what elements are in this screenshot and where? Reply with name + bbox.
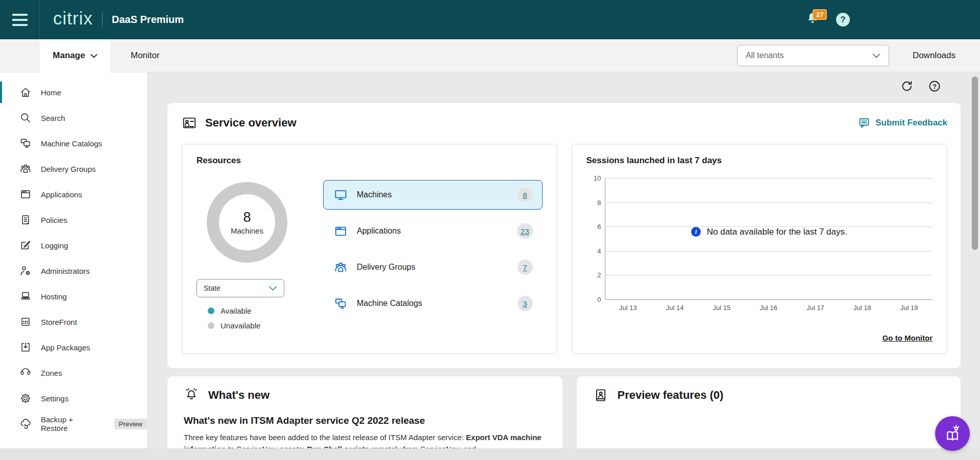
product-name: DaaS Premium [112, 14, 184, 25]
x-tick: Jul 17 [792, 304, 839, 312]
top-bar: citrix DaaS Premium 27 ? [0, 0, 980, 39]
state-filter-select[interactable]: State [197, 279, 284, 297]
sidebar-item-zones[interactable]: Zones [0, 360, 147, 386]
x-tick: Jul 13 [605, 304, 652, 312]
service-overview-card: Service overview Submit Feedback Resourc… [167, 103, 961, 368]
no-data-message: i No data available for the last 7 days. [605, 226, 933, 237]
preview-features-icon [593, 388, 608, 403]
x-tick: Jul 19 [886, 304, 933, 312]
secondary-nav: Manage Monitor All tenants Downloads [0, 39, 980, 72]
machines-icon [334, 188, 348, 202]
submit-feedback-link[interactable]: Submit Feedback [858, 117, 947, 129]
sidebar-item-machine-catalogs[interactable]: Machine Catalogs [0, 131, 147, 156]
sidebar-item-logging[interactable]: Logging [0, 233, 147, 258]
applications-icon [334, 224, 348, 238]
home-icon [19, 86, 32, 98]
whats-new-bell-icon [184, 388, 199, 403]
settings-icon [19, 392, 32, 404]
tenant-filter-select[interactable]: All tenants [737, 45, 889, 66]
delivery-groups-count-link[interactable]: 7 [518, 260, 533, 275]
available-dot [208, 308, 214, 314]
sidebar-item-storefront[interactable]: StoreFront [0, 309, 147, 335]
storefront-icon [19, 316, 32, 328]
logging-icon [19, 239, 32, 251]
machine-catalogs-icon [19, 137, 32, 149]
go-to-monitor-link[interactable]: Go to Monitor [883, 334, 933, 342]
preview-badge: Preview [114, 419, 147, 429]
sidebar-item-home[interactable]: Home [0, 80, 147, 105]
sessions-title: Sessions launched in last 7 days [586, 156, 933, 166]
page-title: Service overview [205, 116, 297, 130]
notification-count-badge: 27 [813, 9, 827, 20]
guided-help-fab[interactable] [935, 416, 970, 451]
x-axis-labels: Jul 13 Jul 14 Jul 15 Jul 16 Jul 17 Jul 1… [605, 304, 933, 312]
downloads-link[interactable]: Downloads [913, 50, 955, 61]
preview-features-title: Preview features (0) [618, 389, 724, 402]
y-tick: 6 [586, 223, 601, 231]
resources-title: Resources [197, 156, 543, 166]
resource-row-machine-catalogs[interactable]: Machine Catalogs 3 [323, 289, 543, 318]
refresh-button[interactable] [900, 80, 914, 93]
zones-icon [19, 367, 32, 379]
tab-manage[interactable]: Manage [40, 39, 110, 72]
main-content: ? Service overview Submit Feedback [147, 72, 980, 448]
machines-count-link[interactable]: 8 [518, 187, 533, 202]
sidebar-item-search[interactable]: Search [0, 105, 147, 131]
x-tick: Jul 16 [745, 304, 792, 312]
legend-available: Available [208, 306, 305, 315]
resource-row-delivery-groups[interactable]: Delivery Groups 7 [323, 252, 543, 282]
x-tick: Jul 15 [698, 304, 745, 312]
article-body: Three key features have been added to th… [184, 431, 546, 448]
sessions-panel: Sessions launched in last 7 days 10 8 6 [572, 144, 948, 354]
x-tick: Jul 14 [651, 304, 698, 312]
machine-catalogs-count-link[interactable]: 3 [518, 296, 533, 311]
hosting-icon [19, 290, 32, 302]
svg-text:?: ? [933, 83, 937, 90]
tab-monitor[interactable]: Monitor [131, 50, 160, 61]
chevron-down-icon [268, 286, 277, 291]
hamburger-menu-icon[interactable] [0, 0, 40, 39]
y-tick: 8 [586, 198, 601, 206]
chevron-down-icon [90, 54, 97, 58]
app-packages-icon [19, 341, 32, 353]
unavailable-dot [208, 322, 214, 329]
applications-count-link[interactable]: 23 [517, 223, 533, 239]
y-tick: 2 [586, 271, 601, 279]
resource-row-machines[interactable]: Machines 8 [323, 180, 543, 210]
preview-features-card: Preview features (0) [577, 376, 961, 448]
backup-restore-icon [19, 418, 32, 430]
resources-panel: Resources 8 Machines State [182, 144, 557, 354]
donut-value: 8 [243, 210, 251, 225]
notifications-button[interactable]: 27 [805, 11, 821, 29]
sessions-chart: 10 8 6 4 2 0 i No data available for the… [586, 178, 933, 312]
delivery-groups-icon [334, 261, 348, 274]
y-tick: 4 [586, 247, 601, 254]
brand-divider [102, 12, 103, 28]
sidebar-item-backup-restore[interactable]: Backup + Restore Preview [0, 411, 147, 437]
administrators-icon [19, 265, 32, 277]
sidebar-item-administrators[interactable]: Administrators [0, 258, 147, 284]
y-tick: 0 [586, 296, 601, 303]
sidebar-item-applications[interactable]: Applications [0, 182, 147, 207]
sidebar-item-app-packages[interactable]: App Packages [0, 335, 147, 360]
chevron-down-icon [872, 53, 880, 58]
machines-donut-chart: 8 Machines [207, 182, 287, 263]
sidebar-item-delivery-groups[interactable]: Delivery Groups [0, 156, 147, 182]
help-circle-button[interactable]: ? [928, 80, 941, 93]
service-overview-icon [182, 115, 197, 131]
citrix-logo: citrix [53, 9, 93, 30]
sidebar-item-policies[interactable]: Policies [0, 207, 147, 233]
vertical-scrollbar[interactable] [972, 76, 978, 250]
search-icon [19, 112, 32, 124]
sidebar: Home Search Machine Catalogs Delivery Gr… [0, 72, 147, 448]
delivery-groups-icon [19, 163, 32, 175]
x-tick: Jul 18 [839, 304, 886, 312]
article-title: What's new in ITSM Adapter service Q2 20… [184, 415, 546, 426]
sidebar-item-settings[interactable]: Settings [0, 386, 147, 411]
bottom-strip [0, 448, 980, 460]
resource-row-applications[interactable]: Applications 23 [323, 216, 543, 246]
help-button[interactable]: ? [836, 13, 850, 27]
book-lightbulb-icon [943, 424, 962, 443]
sidebar-item-hosting[interactable]: Hosting [0, 284, 147, 309]
y-tick: 10 [586, 174, 601, 182]
